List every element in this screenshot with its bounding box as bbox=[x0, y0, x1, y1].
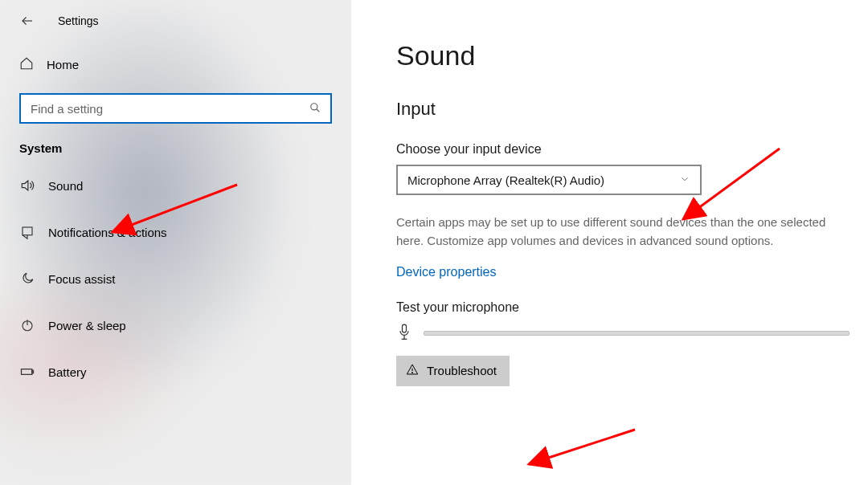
input-heading: Input bbox=[396, 99, 855, 120]
svg-line-2 bbox=[317, 108, 320, 112]
svg-point-14 bbox=[411, 372, 412, 373]
sidebar-item-home[interactable]: Home bbox=[19, 47, 332, 82]
nav-label: Sound bbox=[48, 179, 83, 193]
search-field[interactable] bbox=[31, 102, 309, 116]
sidebar-item-power-sleep[interactable]: Power & sleep bbox=[19, 308, 332, 343]
troubleshoot-label: Troubleshoot bbox=[427, 364, 497, 377]
svg-rect-8 bbox=[32, 370, 34, 373]
mic-test-row bbox=[396, 323, 855, 344]
moon-icon bbox=[19, 271, 35, 286]
choose-device-label: Choose your input device bbox=[396, 142, 855, 157]
section-label: System bbox=[19, 141, 332, 155]
mic-level-meter bbox=[424, 331, 850, 336]
power-icon bbox=[19, 318, 35, 332]
device-properties-link[interactable]: Device properties bbox=[396, 265, 497, 279]
notification-icon bbox=[19, 225, 35, 239]
input-device-dropdown[interactable]: Microphone Array (Realtek(R) Audio) bbox=[396, 165, 702, 195]
nav-list: Sound Notifications & actions Focus assi… bbox=[19, 168, 332, 389]
chevron-down-icon bbox=[679, 173, 690, 187]
troubleshoot-button[interactable]: Troubleshoot bbox=[396, 356, 510, 386]
svg-rect-4 bbox=[23, 227, 32, 235]
nav-label: Power & sleep bbox=[48, 319, 126, 332]
svg-rect-9 bbox=[403, 324, 407, 332]
svg-rect-7 bbox=[22, 369, 32, 375]
microphone-icon bbox=[396, 323, 412, 344]
sidebar-item-battery[interactable]: Battery bbox=[19, 354, 332, 389]
main-content: Sound Input Choose your input device Mic… bbox=[351, 0, 868, 485]
battery-icon bbox=[19, 364, 35, 380]
test-mic-label: Test your microphone bbox=[396, 300, 855, 315]
sidebar-item-notifications[interactable]: Notifications & actions bbox=[19, 214, 332, 250]
page-title: Sound bbox=[396, 40, 855, 71]
selected-device: Microphone Array (Realtek(R) Audio) bbox=[407, 173, 604, 187]
sidebar: Settings Home System bbox=[0, 0, 351, 485]
sidebar-item-focus-assist[interactable]: Focus assist bbox=[19, 261, 332, 296]
nav-label: Notifications & actions bbox=[48, 226, 167, 239]
nav-label: Focus assist bbox=[48, 272, 115, 286]
svg-marker-3 bbox=[22, 181, 27, 190]
help-text: Certain apps may be set up to use differ… bbox=[396, 213, 855, 251]
sidebar-header: Settings bbox=[0, 0, 351, 47]
home-icon bbox=[19, 56, 34, 73]
back-button[interactable] bbox=[19, 13, 35, 29]
nav-label: Battery bbox=[48, 365, 87, 379]
svg-point-1 bbox=[311, 103, 317, 109]
home-label: Home bbox=[47, 58, 79, 71]
speaker-icon bbox=[19, 177, 35, 194]
sidebar-item-sound[interactable]: Sound bbox=[19, 168, 332, 203]
search-input[interactable] bbox=[19, 93, 332, 124]
warning-icon bbox=[406, 363, 419, 378]
app-title: Settings bbox=[58, 14, 99, 27]
search-icon bbox=[309, 102, 321, 116]
